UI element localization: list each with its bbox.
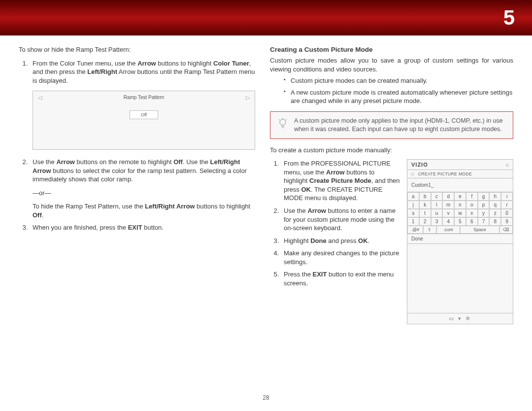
key-d: d bbox=[442, 192, 454, 201]
ramp-off-value: Off bbox=[130, 110, 158, 119]
key-Space: Space bbox=[460, 226, 499, 234]
key-0: 0 bbox=[501, 209, 513, 217]
key-u: u bbox=[431, 209, 443, 217]
key-a: a bbox=[407, 192, 419, 201]
osd-done-button: Done bbox=[407, 234, 513, 244]
bullet-1: Custom picture modes can be created manu… bbox=[284, 76, 513, 85]
key-8: 8 bbox=[489, 217, 501, 226]
ramp-test-pattern-box: ◁ Ramp Test Pattern ▷ Off bbox=[33, 91, 255, 150]
bullet-2: A new custom picture mode is created aut… bbox=[284, 88, 513, 105]
key-.com: .com bbox=[436, 226, 460, 234]
key-h: h bbox=[489, 192, 501, 201]
ramp-left-arrow-icon: ◁ bbox=[38, 94, 42, 102]
right-intro: Custom picture modes allow you to save a… bbox=[270, 56, 513, 73]
page-body: To show or hide the Ramp Test Pattern: F… bbox=[0, 35, 532, 324]
left-step-3: When you are finished, press the EXIT bu… bbox=[30, 223, 255, 232]
key-m: m bbox=[442, 201, 454, 209]
left-step-2-alt: To hide the Ramp Test Pattern, use the L… bbox=[33, 202, 255, 219]
ramp-title: Ramp Test Pattern bbox=[33, 91, 255, 104]
right-heading: Creating a Custom Picture Mode bbox=[270, 45, 513, 54]
key-4: 4 bbox=[442, 217, 454, 226]
right-step-2: Use the Arrow buttons to enter a name fo… bbox=[281, 206, 400, 233]
right-intro2: To create a custom picture mode manually… bbox=[270, 146, 513, 155]
key-2: 2 bbox=[419, 217, 431, 226]
left-steps: From the Color Tuner menu, use the Arrow… bbox=[19, 59, 255, 232]
left-step-1: From the Color Tuner menu, use the Arrow… bbox=[30, 59, 255, 150]
key-⌫: ⌫ bbox=[499, 226, 513, 234]
back-arrow-icon: ◁ bbox=[410, 171, 414, 176]
osd-keyboard-bottom: .@#⇧.comSpace⌫ bbox=[407, 226, 513, 234]
key-c: c bbox=[431, 192, 443, 201]
key-6: 6 bbox=[466, 217, 478, 226]
key-w: w bbox=[454, 209, 466, 217]
key-i: i bbox=[501, 192, 513, 201]
right-step-5: Press the EXIT button to exit the menu s… bbox=[281, 270, 400, 287]
key-y: y bbox=[478, 209, 490, 217]
key-3: 3 bbox=[431, 217, 443, 226]
key-j: j bbox=[407, 201, 419, 209]
key-o: o bbox=[466, 201, 478, 209]
left-column: To show or hide the Ramp Test Pattern: F… bbox=[19, 45, 255, 324]
osd-keyboard: abcdefghijklmnopqrstuvwxyz0123456789 bbox=[407, 192, 513, 226]
hint-box: A custom picture mode only applies to th… bbox=[270, 111, 513, 139]
lightbulb-icon bbox=[277, 117, 288, 131]
key-z: z bbox=[489, 209, 501, 217]
home-icon: ⌂ bbox=[505, 162, 509, 168]
chapter-header: 5 bbox=[0, 0, 532, 35]
right-steps: From the PROFESSIONAL PICTURE menu, use … bbox=[270, 159, 400, 287]
osd-logo: VIZIO bbox=[411, 162, 428, 168]
key-t: t bbox=[419, 209, 431, 217]
key-v: v bbox=[442, 209, 454, 217]
key-s: s bbox=[407, 209, 419, 217]
left-intro: To show or hide the Ramp Test Pattern: bbox=[19, 45, 255, 54]
svg-line-3 bbox=[279, 119, 280, 120]
key-e: e bbox=[454, 192, 466, 201]
key-⇧: ⇧ bbox=[423, 226, 436, 234]
right-column: Creating a Custom Picture Mode Custom pi… bbox=[270, 45, 513, 324]
key-l: l bbox=[431, 201, 443, 209]
key-.@#: .@# bbox=[407, 226, 423, 234]
osd-breadcrumb: ◁ CREATE PICTURE MODE bbox=[407, 170, 513, 178]
svg-line-4 bbox=[286, 119, 287, 120]
ramp-right-arrow-icon: ▷ bbox=[246, 94, 250, 102]
key-r: r bbox=[501, 201, 513, 209]
right-step-4: Make any desired changes to the picture … bbox=[281, 249, 400, 266]
right-step-3: Highlight Done and press OK. bbox=[281, 237, 400, 245]
key-k: k bbox=[419, 201, 431, 209]
hint-text: A custom picture mode only applies to th… bbox=[294, 117, 506, 134]
key-g: g bbox=[478, 192, 490, 201]
page-number: 28 bbox=[0, 394, 532, 401]
key-9: 9 bbox=[501, 217, 513, 226]
osd-name-input: Custom1_ bbox=[407, 178, 513, 192]
or-separator: —or— bbox=[33, 189, 255, 198]
chapter-number: 5 bbox=[503, 6, 515, 30]
key-7: 7 bbox=[478, 217, 490, 226]
key-p: p bbox=[478, 201, 490, 209]
osd-panel: VIZIO ⌂ ◁ CREATE PICTURE MODE Custom1_ a… bbox=[407, 159, 513, 324]
left-step-2: Use the Arrow buttons on the remote to h… bbox=[30, 158, 255, 219]
right-bullets: Custom picture modes can be created manu… bbox=[270, 76, 513, 105]
key-1: 1 bbox=[407, 217, 419, 226]
svg-point-0 bbox=[280, 119, 286, 125]
key-5: 5 bbox=[454, 217, 466, 226]
osd-blank-area bbox=[407, 244, 513, 313]
key-q: q bbox=[489, 201, 501, 209]
key-b: b bbox=[419, 192, 431, 201]
key-x: x bbox=[466, 209, 478, 217]
osd-footer-icons: ▭ ▾ ✲ bbox=[407, 313, 513, 324]
right-step-1: From the PROFESSIONAL PICTURE menu, use … bbox=[281, 159, 400, 203]
key-n: n bbox=[454, 201, 466, 209]
key-f: f bbox=[466, 192, 478, 201]
